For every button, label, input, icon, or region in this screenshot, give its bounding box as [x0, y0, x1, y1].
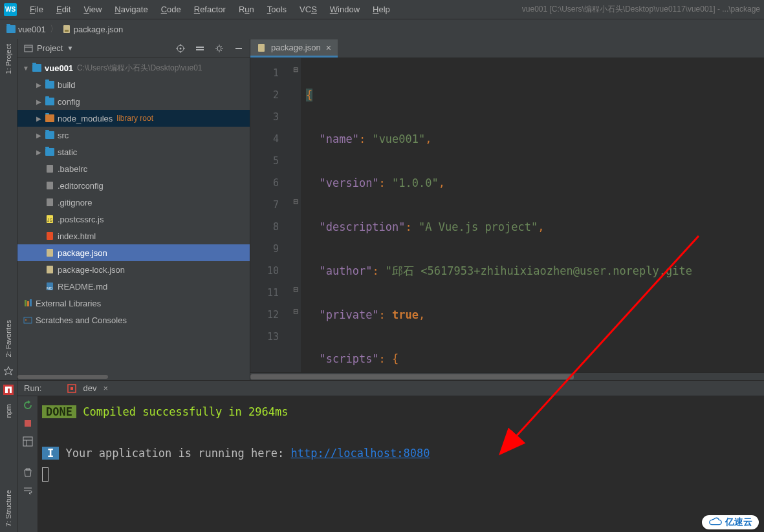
menu-window[interactable]: Window [323, 0, 366, 19]
breadcrumb-file-label: package.json [74, 25, 124, 34]
editor-horizontal-scrollbar[interactable] [250, 372, 764, 380]
tree-root[interactable]: ▼ vue001 C:\Users\编程小石头\Desktop\vue01 [17, 59, 250, 76]
menu-view[interactable]: View [77, 0, 108, 19]
svg-rect-26 [30, 299, 32, 306]
gutter-project-tab[interactable]: 1: Project [5, 39, 12, 79]
svg-rect-15 [47, 182, 53, 189]
close-icon[interactable]: × [103, 383, 108, 393]
run-config-icon [67, 384, 76, 393]
editor-tab[interactable]: package.json × [250, 39, 338, 58]
svg-rect-19 [47, 232, 53, 240]
breadcrumb-root[interactable]: vue001 [6, 25, 46, 34]
tree-row[interactable]: ▶build [17, 76, 250, 93]
tree-external-libs[interactable]: External Libraries [17, 295, 250, 312]
menu-edit[interactable]: Edit [50, 0, 77, 19]
stop-icon[interactable] [23, 418, 33, 429]
editor-area: package.json × 12345678910111213 ⊟ ⊟ ⊟ ⊟… [250, 39, 764, 380]
editor-tabs: package.json × [250, 39, 764, 58]
editor-tab-label: package.json [271, 43, 321, 52]
console-cursor [42, 467, 49, 482]
tree-row[interactable]: ▶config [17, 93, 250, 110]
rerun-icon[interactable] [23, 400, 33, 410]
console-output[interactable]: DONE Compiled successfully in 2964ms I Y… [38, 396, 764, 532]
tree-arrow-icon[interactable]: ▼ [21, 65, 30, 72]
tree-row[interactable]: index.html [17, 228, 250, 244]
window-title-path: vue001 [C:\Users\编程小石头\Desktop\vue0117\v… [522, 4, 760, 15]
project-view-icon [24, 44, 33, 53]
breadcrumb-file[interactable]: package.json [62, 25, 124, 34]
svg-rect-32 [71, 387, 73, 390]
menu-tools[interactable]: Tools [261, 0, 293, 19]
menu-run[interactable]: Run [232, 0, 261, 19]
menu-navigate[interactable]: Navigate [108, 0, 154, 19]
tree-row[interactable]: .editorconfig [17, 177, 250, 194]
fold-icon[interactable]: ⊟ [292, 286, 300, 293]
gutter-npm-tab[interactable]: npm [5, 399, 12, 423]
fold-gutter: ⊟ ⊟ ⊟ ⊟ [290, 58, 301, 372]
svg-rect-16 [47, 198, 53, 206]
localhost-link[interactable]: http://localhost:8080 [290, 447, 430, 460]
tree-row[interactable]: ▶node_moduleslibrary root [17, 110, 250, 127]
svg-rect-20 [47, 249, 53, 257]
run-label: Run: [24, 383, 41, 393]
gutter-structure-tab[interactable]: 7: Structure [5, 485, 12, 532]
locate-icon[interactable] [176, 44, 185, 53]
project-tree-scrollbar[interactable] [17, 374, 250, 380]
tree-row[interactable]: .gitignore [17, 194, 250, 211]
project-panel: Project ▼ ▼ vue001 C:\Users\编程小石头\Deskto… [17, 39, 250, 380]
fold-icon[interactable]: ⊟ [292, 308, 300, 315]
soft-wrap-icon[interactable] [23, 485, 33, 496]
main-area: 1: Project 2: Favorites Project ▼ ▼ vue0 [0, 39, 764, 380]
fold-icon[interactable]: ⊟ [292, 198, 300, 206]
close-icon[interactable]: × [326, 43, 331, 53]
tree-row[interactable]: package-lock.json [17, 261, 250, 278]
menu-vcs[interactable]: VCS [293, 0, 323, 19]
watermark-badge: 亿速云 [702, 515, 759, 529]
svg-rect-33 [25, 420, 31, 427]
project-tree[interactable]: ▼ vue001 C:\Users\编程小石头\Desktop\vue01 ▶b… [17, 58, 250, 374]
npm-icon[interactable] [3, 385, 14, 395]
tree-row-selected[interactable]: package.json [17, 244, 250, 261]
svg-rect-1 [65, 30, 69, 32]
tree-scratches[interactable]: Scratches and Consoles [17, 312, 250, 328]
project-panel-title: Project [37, 43, 63, 53]
minimize-icon[interactable] [234, 44, 243, 53]
gear-icon[interactable] [215, 44, 224, 53]
trash-icon[interactable] [23, 467, 33, 478]
layout-icon[interactable] [23, 436, 33, 447]
watermark-text: 亿速云 [725, 516, 752, 528]
info-badge: I [42, 447, 59, 460]
svg-rect-0 [63, 25, 70, 33]
run-config-name[interactable]: dev [83, 383, 96, 393]
fold-icon[interactable]: ⊟ [292, 66, 300, 74]
code-content[interactable]: { "name": "vue001", "version": "1.0.0", … [301, 58, 764, 372]
svg-point-5 [180, 47, 182, 49]
tree-row[interactable]: .babelrc [17, 160, 250, 177]
svg-point-12 [217, 47, 221, 50]
dropdown-icon[interactable]: ▼ [67, 45, 73, 52]
main-menubar: WS File Edit View Navigate Code Refactor… [0, 0, 764, 19]
star-icon[interactable] [3, 366, 14, 376]
menu-file[interactable]: File [23, 0, 50, 19]
menu-code[interactable]: Code [155, 0, 188, 19]
svg-point-28 [25, 319, 27, 321]
svg-rect-24 [25, 300, 27, 306]
editor-body[interactable]: 12345678910111213 ⊟ ⊟ ⊟ ⊟ { "name": "vue… [250, 58, 764, 372]
gutter-favorites-tab[interactable]: 2: Favorites [5, 315, 12, 362]
svg-rect-25 [27, 301, 29, 306]
running-message: Your application is running here: [59, 447, 290, 460]
menu-help[interactable]: Help [366, 0, 397, 19]
tree-row[interactable]: JS.postcssrc.js [17, 211, 250, 228]
tree-row[interactable]: MDREADME.md [17, 278, 250, 295]
breadcrumb-root-label: vue001 [18, 25, 46, 34]
collapse-icon[interactable] [195, 44, 204, 53]
tree-row[interactable]: ▶static [17, 144, 250, 160]
menu-refactor[interactable]: Refactor [188, 0, 232, 19]
tree-row[interactable]: ▶src [17, 127, 250, 144]
left-tool-gutter: 1: Project 2: Favorites [0, 39, 17, 380]
compile-message: Compiled successfully in 2964ms [76, 405, 289, 418]
json-file-icon [257, 43, 266, 52]
line-number-gutter: 12345678910111213 [250, 58, 290, 372]
svg-text:JS: JS [47, 218, 53, 222]
svg-rect-14 [47, 165, 53, 173]
